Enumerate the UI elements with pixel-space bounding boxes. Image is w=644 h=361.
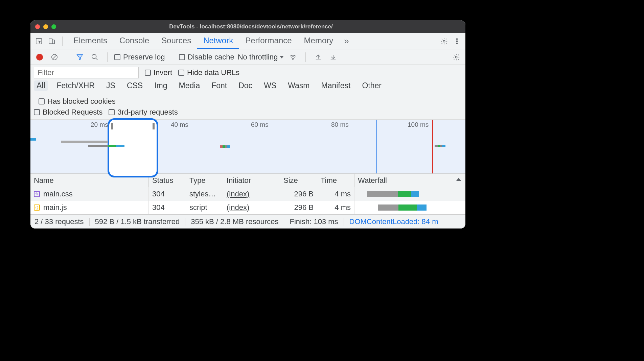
status-bar: 2 / 33 requests 592 B / 1.5 kB transferr… xyxy=(30,214,465,228)
filter-bar: Invert Hide data URLs AllFetch/XHRJSCSSI… xyxy=(30,65,465,120)
tab-network[interactable]: Network xyxy=(197,33,239,49)
tab-sources[interactable]: Sources xyxy=(155,33,197,49)
svg-point-6 xyxy=(456,43,457,44)
cell-name: ✎main.css xyxy=(30,187,149,201)
filter-type-ws[interactable]: WS xyxy=(261,80,279,91)
col-type[interactable]: Type xyxy=(186,174,223,187)
filter-type-doc[interactable]: Doc xyxy=(236,80,255,91)
divider xyxy=(62,37,63,46)
cell-waterfall xyxy=(354,201,465,214)
cell-size: 296 B xyxy=(280,201,317,214)
network-settings-icon[interactable] xyxy=(451,51,462,63)
inspect-element-icon[interactable] xyxy=(33,35,45,47)
request-row[interactable]: ✎main.css304styles…(index)296 B4 ms xyxy=(30,187,465,201)
col-time[interactable]: Time xyxy=(317,174,354,187)
filter-type-manifest[interactable]: Manifest xyxy=(319,80,353,91)
throttling-select[interactable]: No throttling xyxy=(238,53,284,62)
status-requests: 2 / 33 requests xyxy=(34,217,84,226)
tab-elements[interactable]: Elements xyxy=(67,33,113,49)
has-blocked-cookies-checkbox[interactable]: Has blocked cookies xyxy=(39,97,116,106)
svg-point-11 xyxy=(293,59,293,60)
disable-cache-checkbox[interactable]: Disable cache xyxy=(179,53,234,62)
sort-ascending-icon xyxy=(456,178,461,181)
status-finish: Finish: 103 ms xyxy=(290,217,338,226)
window-title: DevTools - localhost:8080/docs/devtools/… xyxy=(41,23,461,30)
svg-line-10 xyxy=(96,58,98,60)
preserve-log-checkbox[interactable]: Preserve log xyxy=(114,53,165,62)
filter-type-all[interactable]: All xyxy=(34,80,48,91)
status-resources: 355 kB / 2.8 MB resources xyxy=(191,217,278,226)
cell-type: styles… xyxy=(186,187,223,201)
tick-label: 80 ms xyxy=(331,121,349,128)
request-table-header: Name Status Type Initiator Size Time Wat… xyxy=(30,174,465,187)
filter-type-js[interactable]: JS xyxy=(104,80,118,91)
filter-type-media[interactable]: Media xyxy=(176,80,203,91)
cell-status: 304 xyxy=(149,187,186,201)
cell-type: script xyxy=(186,201,223,214)
close-window-button[interactable] xyxy=(35,24,40,29)
svg-line-8 xyxy=(52,55,57,59)
kebab-menu-icon[interactable] xyxy=(451,35,463,47)
filter-type-img[interactable]: Img xyxy=(152,80,170,91)
network-toolbar: Preserve log Disable cache No throttling xyxy=(30,49,465,65)
svg-point-14 xyxy=(455,56,457,58)
tick-label: 100 ms xyxy=(408,121,429,128)
tick-label: 20 ms xyxy=(91,121,108,128)
status-domcontentloaded: DOMContentLoaded: 84 m xyxy=(349,217,438,226)
request-table-body: ✎main.css304styles…(index)296 B4 ms⟨⟩mai… xyxy=(30,187,465,214)
cell-initiator: (index) xyxy=(223,187,280,201)
filter-type-css[interactable]: CSS xyxy=(124,80,145,91)
cell-initiator: (index) xyxy=(223,201,280,214)
cell-status: 304 xyxy=(149,201,186,214)
devtools-window: DevTools - localhost:8080/docs/devtools/… xyxy=(30,20,465,228)
cell-time: 4 ms xyxy=(317,187,354,201)
cell-size: 296 B xyxy=(280,187,317,201)
more-tabs-icon[interactable]: » xyxy=(341,35,352,47)
network-conditions-icon[interactable] xyxy=(287,51,299,63)
status-transferred: 592 B / 1.5 kB transferred xyxy=(95,217,180,226)
tab-performance[interactable]: Performance xyxy=(239,33,298,49)
domcontentloaded-marker xyxy=(376,120,377,173)
waterfall-bar xyxy=(358,191,462,197)
hide-data-urls-checkbox[interactable]: Hide data URLs xyxy=(178,68,239,77)
upload-har-icon[interactable] xyxy=(313,51,324,63)
tick-label: 40 ms xyxy=(171,121,188,128)
svg-point-5 xyxy=(456,41,457,42)
clear-button[interactable] xyxy=(49,51,60,63)
cell-time: 4 ms xyxy=(317,201,354,214)
col-initiator[interactable]: Initiator xyxy=(223,174,280,187)
blocked-requests-checkbox[interactable]: Blocked Requests xyxy=(34,108,102,117)
filter-icon[interactable] xyxy=(74,51,86,63)
svg-point-9 xyxy=(92,54,96,58)
device-toggle-icon[interactable] xyxy=(46,35,58,47)
request-row[interactable]: ⟨⟩main.js304script(index)296 B4 ms xyxy=(30,201,465,214)
download-har-icon[interactable] xyxy=(327,51,339,63)
col-waterfall[interactable]: Waterfall xyxy=(354,174,465,187)
titlebar: DevTools - localhost:8080/docs/devtools/… xyxy=(30,20,465,33)
cell-waterfall xyxy=(354,187,465,201)
col-size[interactable]: Size xyxy=(280,174,317,187)
filter-type-font[interactable]: Font xyxy=(209,80,230,91)
invert-checkbox[interactable]: Invert xyxy=(145,68,172,77)
filter-type-wasm[interactable]: Wasm xyxy=(285,80,312,91)
waterfall-bar xyxy=(358,204,462,211)
tab-console[interactable]: Console xyxy=(113,33,155,49)
record-button[interactable] xyxy=(34,51,45,63)
filter-input[interactable] xyxy=(34,67,139,78)
cell-name: ⟨⟩main.js xyxy=(30,201,149,214)
filter-type-other[interactable]: Other xyxy=(359,80,384,91)
search-icon[interactable] xyxy=(89,51,100,63)
filter-type-fetchxhr[interactable]: Fetch/XHR xyxy=(54,80,97,91)
timeline-overview[interactable]: 20 ms 40 ms 60 ms 80 ms 100 ms xyxy=(30,120,465,174)
svg-point-4 xyxy=(456,38,457,39)
tick-label: 60 ms xyxy=(251,121,269,128)
settings-icon[interactable] xyxy=(438,35,450,47)
third-party-checkbox[interactable]: 3rd-party requests xyxy=(109,108,178,117)
chevron-down-icon xyxy=(280,56,284,58)
load-marker xyxy=(432,120,433,173)
panel-tabs: ElementsConsoleSourcesNetworkPerformance… xyxy=(30,33,465,49)
svg-point-3 xyxy=(443,40,445,42)
overview-selection[interactable] xyxy=(108,118,158,177)
tab-memory[interactable]: Memory xyxy=(298,33,340,49)
